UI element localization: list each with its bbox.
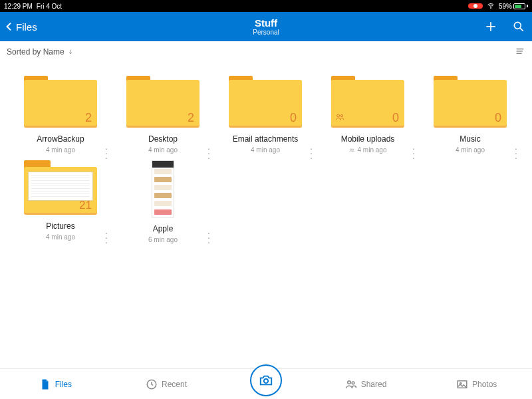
item-name: Pictures [46,221,74,231]
more-button[interactable]: ··· [207,146,210,160]
item-meta: 4 min ago [46,233,75,241]
chevron-left-icon [4,21,15,32]
battery-indicator: 59% [499,3,528,10]
tab-shared-label: Shared [361,380,387,389]
more-button[interactable]: ··· [105,231,108,245]
folder-icon[interactable]: 0 [229,76,302,128]
svg-point-14 [264,378,268,382]
folder-count: 2 [85,111,92,125]
svg-point-15 [347,380,350,384]
sort-button[interactable]: Sorted by Name [7,47,74,57]
sort-bar: Sorted by Name [0,41,532,63]
people-icon [349,147,356,154]
tab-bar: Files Recent Shared Photos [0,368,532,399]
view-toggle-button[interactable] [515,46,525,59]
item-name: Apple [153,224,174,233]
svg-point-0 [490,8,491,9]
svg-point-12 [352,148,354,150]
grid-item: 0 Email attachments 4 min ago ··· [214,76,317,154]
item-meta: 4 min ago [456,146,485,154]
more-button[interactable]: ··· [105,146,108,160]
more-button[interactable]: ··· [207,231,210,245]
camera-icon [259,373,273,388]
svg-point-11 [350,148,351,150]
tab-files[interactable]: Files [0,378,111,390]
file-grid: 2 ArrowBackup 4 min ago ··· 2 Desktop 4 … [0,63,532,257]
item-name: Mobile uploads [341,134,395,144]
page-title: Stuff [253,17,279,29]
item-meta: 4 min ago [349,146,387,154]
item-meta: 4 min ago [148,146,178,154]
item-meta: 4 min ago [251,146,280,154]
folder-count: 0 [495,111,501,125]
tab-recent[interactable]: Recent [111,378,222,390]
item-name: ArrowBackup [37,134,84,144]
folder-icon[interactable]: 2 [126,76,200,128]
svg-point-10 [340,114,342,116]
clock-icon [146,378,158,390]
battery-percent: 59% [499,3,512,10]
folder-icon[interactable]: 21 [24,160,97,215]
item-name: Email attachments [233,134,299,144]
list-view-icon [515,46,525,57]
more-button[interactable]: ··· [310,146,313,160]
back-button[interactable]: Files [0,21,37,33]
item-meta: 6 min ago [148,236,178,243]
folder-count: 0 [290,111,297,125]
folder-icon[interactable]: 2 [24,76,97,128]
tab-photos[interactable]: Photos [421,378,532,390]
folder-icon[interactable]: 0 [331,76,404,128]
sort-label: Sorted by Name [7,47,65,57]
grid-item: 0 Mobile uploads 4 min ago ··· [317,76,419,154]
more-button[interactable]: ··· [515,146,517,160]
svg-line-4 [520,28,523,31]
file-icon [39,378,51,390]
more-button[interactable]: ··· [412,146,415,160]
item-name: Desktop [148,134,178,144]
folder-count: 0 [392,111,399,125]
file-thumbnail[interactable] [152,160,174,217]
status-date: Fri 4 Oct [37,3,62,10]
svg-point-9 [337,114,340,117]
tab-shared[interactable]: Shared [311,378,422,390]
back-label: Files [16,21,37,33]
shared-badge-icon [335,112,346,124]
svg-point-3 [514,22,521,29]
tab-photos-label: Photos [472,380,497,389]
camera-button[interactable] [250,364,282,396]
tab-recent-label: Recent [162,380,187,389]
item-meta: 4 min ago [46,146,75,154]
grid-item: 21 Pictures 4 min ago ··· [9,160,112,243]
folder-icon[interactable]: 0 [434,76,507,128]
grid-item: 2 Desktop 4 min ago ··· [112,76,214,154]
tab-files-label: Files [55,380,72,389]
svg-point-16 [352,381,354,384]
nav-bar: Files Stuff Personal [0,12,532,41]
folder-count: 21 [79,199,92,212]
recording-indicator [468,3,483,9]
people-icon [345,378,357,390]
page-subtitle: Personal [253,29,279,36]
add-button[interactable] [484,20,497,33]
grid-item: 0 Music 4 min ago ··· [419,76,521,154]
folder-count: 2 [188,111,194,125]
wifi-icon [487,2,495,10]
search-button[interactable] [512,20,525,33]
grid-item: 2 ArrowBackup 4 min ago ··· [9,76,112,154]
photo-icon [456,378,468,390]
arrow-down-icon [67,49,74,55]
grid-item: Apple 6 min ago ··· [112,160,214,243]
status-bar: 12:29 PM Fri 4 Oct 59% [0,0,532,12]
status-time: 12:29 PM [4,3,33,10]
item-name: Music [460,134,480,144]
